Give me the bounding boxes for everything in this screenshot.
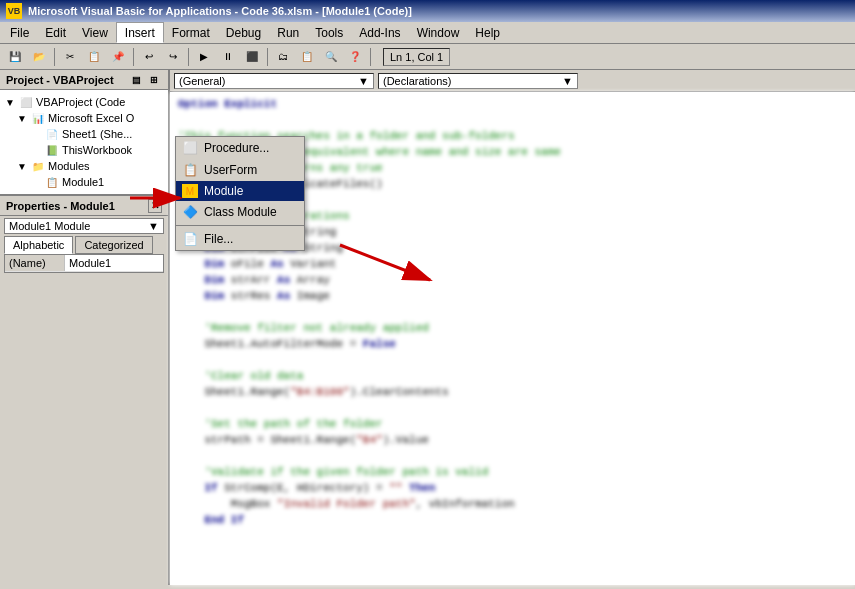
code-line-24: 'Validate if the given folder path is va… [178,464,847,480]
tree-item-modules[interactable]: ▼ 📁 Modules [2,158,166,174]
tab-alphabetic[interactable]: Alphabetic [4,236,73,254]
code-line-27: End If [178,512,847,528]
menu-view[interactable]: View [74,22,116,43]
tree-expand-modules: ▼ [16,161,28,172]
toolbar-sep-4 [267,48,268,66]
toolbar-help[interactable]: ❓ [344,46,366,68]
tree-label-modules: Modules [48,160,90,172]
classmodule-icon: 🔷 [182,204,198,220]
menu-file[interactable]: File [2,22,37,43]
tree-icon-vbaproject: ⬜ [18,95,34,109]
toolbar-sep-2 [133,48,134,66]
code-line-17 [178,352,847,368]
code-line-21: 'Set the path of the folder [178,416,847,432]
toolbar-run[interactable]: ▶ [193,46,215,68]
procedure-label: Procedure... [204,141,269,155]
toolbar-copy[interactable]: 📋 [83,46,105,68]
menu-item-userform[interactable]: 📋 UserForm [176,159,304,181]
procedure-dropdown[interactable]: (Declarations) ▼ [378,73,578,89]
menu-item-procedure[interactable]: ⬜ Procedure... [176,137,304,159]
menu-item-module[interactable]: M Module [176,181,304,201]
menu-insert[interactable]: Insert [116,22,164,43]
project-panel: Project - VBAProject ▤ ⊞ ▼ ⬜ VBAProject … [0,70,168,194]
tree-item-vbaproject[interactable]: ▼ ⬜ VBAProject (Code [2,94,166,110]
properties-panel: Properties - Module1 ✕ Module1 Module ▼ … [0,194,168,273]
code-line-15: 'Remove filter not already applied [178,320,847,336]
code-line-13: Dim strRes As Image [178,288,847,304]
tree-icon-thisworkbook: 📗 [44,143,60,157]
app-icon: VB [6,3,22,19]
toolbar-btn-1[interactable]: 💾 [4,46,26,68]
toolbar-redo[interactable]: ↪ [162,46,184,68]
toolbar-break[interactable]: ⏸ [217,46,239,68]
code-line-16: Sheet1.AutoFilterMode = False [178,336,847,352]
toolbar: 💾 📂 ✂ 📋 📌 ↩ ↪ ▶ ⏸ ⬛ 🗂 📋 🔍 ❓ Ln 1, Col 1 [0,44,855,70]
code-line-11: Dim oFile As Variant [178,256,847,272]
classmodule-label: Class Module [204,205,277,219]
menu-addins[interactable]: Add-Ins [351,22,408,43]
properties-close-btn[interactable]: ✕ [148,199,162,213]
menu-item-classmodule[interactable]: 🔷 Class Module [176,201,304,223]
project-panel-icons: ▤ ⊞ [128,72,162,88]
properties-tabs: Alphabetic Categorized [4,236,164,255]
prop-val-name[interactable]: Module1 [65,255,163,271]
left-panel: Project - VBAProject ▤ ⊞ ▼ ⬜ VBAProject … [0,70,170,585]
title-text: Microsoft Visual Basic for Applications … [28,5,412,17]
code-line-23 [178,448,847,464]
tree-item-module1[interactable]: 📋 Module1 [2,174,166,190]
menu-format[interactable]: Format [164,22,218,43]
toolbar-paste[interactable]: 📌 [107,46,129,68]
menu-tools[interactable]: Tools [307,22,351,43]
toolbar-prjexplorer[interactable]: 🗂 [272,46,294,68]
project-toggle-icon[interactable]: ⊞ [146,72,162,88]
menu-help[interactable]: Help [467,22,508,43]
toolbar-btn-2[interactable]: 📂 [28,46,50,68]
tree-label-msexcel: Microsoft Excel O [48,112,134,124]
menu-run[interactable]: Run [269,22,307,43]
project-view-icon[interactable]: ▤ [128,72,144,88]
properties-table: (Name) Module1 [4,255,164,273]
procedure-dropdown-value: (Declarations) [383,75,451,87]
tree-item-thisworkbook[interactable]: 📗 ThisWorkbook [2,142,166,158]
code-line-18: 'Clear old data [178,368,847,384]
tree-item-msexcel[interactable]: ▼ 📊 Microsoft Excel O [2,110,166,126]
menu-edit[interactable]: Edit [37,22,74,43]
project-panel-title: Project - VBAProject [6,74,114,86]
properties-header: Properties - Module1 ✕ [0,196,168,216]
tree-icon-sheet1: 📄 [44,127,60,141]
properties-dropdown-arrow: ▼ [148,220,159,232]
toolbar-sep-3 [188,48,189,66]
code-line-22: strPath = Sheet1.Range("B4").Value [178,432,847,448]
menu-item-file[interactable]: 📄 File... [176,228,304,250]
module-label: Module [204,184,243,198]
menu-window[interactable]: Window [409,22,468,43]
module-icon: M [182,184,198,198]
properties-object-dropdown[interactable]: Module1 Module ▼ [4,218,164,234]
code-line-12: Dim strArr As Array [178,272,847,288]
prop-key-name: (Name) [5,255,65,271]
code-line-26: MsgBox "Invalid Folder path", vbInformat… [178,496,847,512]
toolbar-props[interactable]: 📋 [296,46,318,68]
tree-item-sheet1[interactable]: 📄 Sheet1 (She... [2,126,166,142]
toolbar-reset[interactable]: ⬛ [241,46,263,68]
userform-icon: 📋 [182,162,198,178]
project-panel-header: Project - VBAProject ▤ ⊞ [0,70,168,90]
tree-icon-module1: 📋 [44,175,60,189]
toolbar-sep-1 [54,48,55,66]
menu-debug[interactable]: Debug [218,22,269,43]
cursor-status: Ln 1, Col 1 [383,48,450,66]
file-label: File... [204,232,233,246]
toolbar-undo[interactable]: ↩ [138,46,160,68]
menu-sep-1 [176,225,304,226]
toolbar-cut[interactable]: ✂ [59,46,81,68]
object-dropdown[interactable]: (General) ▼ [174,73,374,89]
properties-title: Properties - Module1 [6,200,115,212]
code-line-1: Option Explicit [178,96,847,112]
tree-label-vbaproject: VBAProject (Code [36,96,125,108]
tab-categorized[interactable]: Categorized [75,236,152,254]
file-icon: 📄 [182,231,198,247]
toolbar-objbrowser[interactable]: 🔍 [320,46,342,68]
tree-expand-vbaproject: ▼ [4,97,16,108]
insert-dropdown-menu: ⬜ Procedure... 📋 UserForm M Module 🔷 Cla… [175,136,305,251]
code-line-19: Sheet1.Range("B4:B100").ClearContents [178,384,847,400]
